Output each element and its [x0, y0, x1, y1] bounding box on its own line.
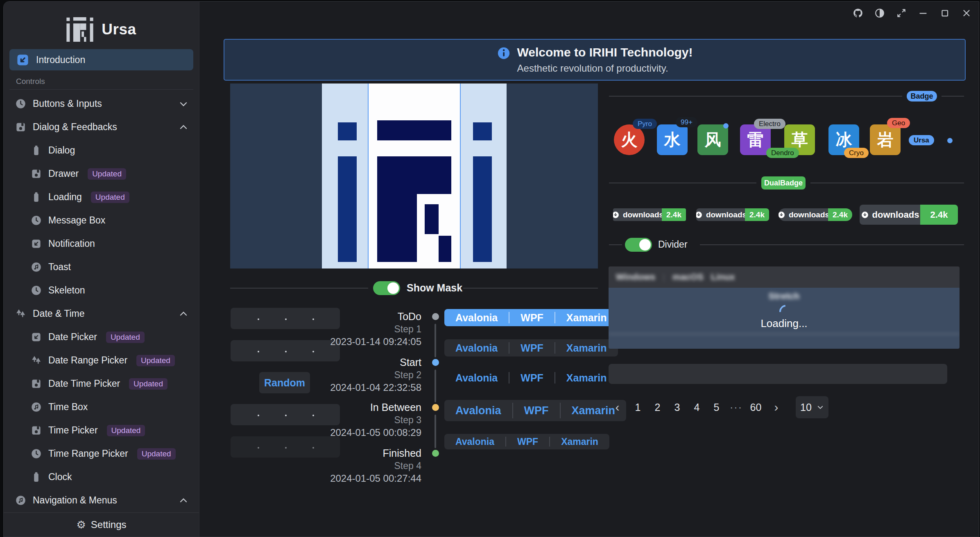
- fw-option-avalonia[interactable]: Avalonia: [444, 404, 512, 417]
- sidebar-item-drawer[interactable]: DrawerUpdated: [4, 162, 199, 185]
- battery-icon: [31, 472, 42, 483]
- sidebar-item-clock[interactable]: Clock: [4, 465, 199, 489]
- loading-panel-body: Stretch Loading...: [609, 288, 960, 349]
- tab-macos[interactable]: macOS: [672, 272, 704, 282]
- dual-badge-downloads-1[interactable]: downloads 2.4k: [613, 208, 686, 221]
- tab-linux[interactable]: Linux: [711, 272, 735, 282]
- badge-cryo: Cryo: [844, 148, 869, 158]
- fw-option-avalonia[interactable]: Avalonia: [444, 436, 505, 447]
- clock-icon: [31, 448, 42, 459]
- selection-group-dark-large: AvaloniaWPFXamarin: [444, 400, 626, 421]
- dual-badge-downloads-4[interactable]: downloads 2.4k: [860, 205, 958, 225]
- sidebar: Ursa IntroductionControls Buttons & Inpu…: [4, 2, 199, 537]
- chevron-down-icon: [817, 404, 824, 411]
- badge-section-pill: Badge: [907, 91, 937, 102]
- sidebar-item-date-picker[interactable]: Date PickerUpdated: [4, 325, 199, 349]
- fw-option-xamarin[interactable]: Xamarin: [550, 436, 609, 447]
- sidebar-item-time-picker[interactable]: Time PickerUpdated: [4, 419, 199, 442]
- sidebar-item-dialog[interactable]: Dialog: [4, 139, 199, 162]
- fw-option-avalonia[interactable]: Avalonia: [444, 372, 509, 384]
- ursa-logo-icon: [66, 17, 93, 42]
- sidebar-item-notification[interactable]: Notification: [4, 232, 199, 255]
- page-button-2[interactable]: 2: [651, 402, 664, 413]
- fw-option-wpf[interactable]: WPF: [509, 342, 555, 354]
- battery-icon: [31, 145, 42, 156]
- download-icon: [779, 211, 785, 219]
- show-mask-toggle[interactable]: [373, 281, 400, 295]
- random-button[interactable]: Random: [259, 372, 310, 393]
- timeline-item-finished: Finished Step 4 2024-01-05 00:27:44: [319, 447, 421, 485]
- clock-icon: [15, 98, 26, 109]
- sidebar-item-skeleton[interactable]: Skeleton: [4, 279, 199, 302]
- timeline-dot: [432, 404, 439, 411]
- page-button-60[interactable]: 60: [749, 402, 763, 413]
- minimize-button[interactable]: [917, 7, 930, 20]
- fw-option-wpf[interactable]: WPF: [509, 312, 555, 324]
- arrow-square-blue-icon: [16, 53, 29, 67]
- sidebar-item-introduction[interactable]: Introduction: [9, 49, 193, 70]
- sidebar-item-date-time[interactable]: Date & Time: [4, 302, 199, 325]
- page-prev-button[interactable]: ‹: [610, 400, 625, 414]
- gear-icon: ⚙: [76, 519, 86, 530]
- fw-option-avalonia[interactable]: Avalonia: [444, 312, 509, 324]
- sidebar-item-toast[interactable]: Toast: [4, 255, 199, 279]
- page-next-button[interactable]: ›: [769, 400, 784, 414]
- close-button[interactable]: [960, 7, 973, 20]
- trees-icon: [15, 308, 26, 319]
- logo-mask-panel: [230, 83, 598, 268]
- sidebar-item-dialog-feedbacks[interactable]: Dialog & Feedbacks: [4, 115, 199, 139]
- fw-option-avalonia[interactable]: Avalonia: [444, 342, 509, 354]
- fullscreen-button[interactable]: [895, 7, 908, 20]
- dual-badge-downloads-2[interactable]: downloads 2.4k: [696, 208, 769, 221]
- maximize-button[interactable]: [938, 7, 951, 20]
- divider-demo-line: [700, 244, 964, 245]
- timeline-connector: [435, 415, 436, 448]
- window-controls: [851, 7, 973, 20]
- page-button-4[interactable]: 4: [690, 402, 704, 413]
- page-button-5[interactable]: 5: [710, 402, 723, 413]
- page-button-3[interactable]: 3: [670, 402, 684, 413]
- timeline-dot: [432, 313, 439, 320]
- dual-badge-downloads-3[interactable]: downloads 2.4k: [779, 208, 852, 221]
- badge-geo: Geo: [887, 118, 910, 128]
- theme-toggle-button[interactable]: [873, 7, 886, 20]
- dot-badge: [723, 123, 729, 129]
- battery-icon: [31, 192, 42, 203]
- sidebar-item-buttons-inputs[interactable]: Buttons & Inputs: [4, 92, 199, 115]
- divider-toggle[interactable]: [625, 238, 652, 252]
- settings-label: Settings: [91, 519, 127, 530]
- banner-subtitle: Aesthetic revolution of productivity.: [517, 63, 693, 74]
- sidebar-nav: IntroductionControls Buttons & Inputs Di…: [4, 47, 199, 515]
- divider-line: [463, 288, 598, 289]
- selection-group-dark-small: AvaloniaWPFXamarin: [444, 434, 609, 449]
- timeline-connector: [435, 370, 436, 402]
- sidebar-item-time-box[interactable]: Time Box: [4, 395, 199, 419]
- sidebar-item-date-range-picker[interactable]: Date Range PickerUpdated: [4, 349, 199, 372]
- sidebar-section-label: Controls: [4, 71, 199, 89]
- toggle-knob: [639, 239, 651, 250]
- badge-divider-line: [609, 96, 902, 97]
- sidebar-item-time-range-picker[interactable]: Time Range PickerUpdated: [4, 442, 199, 465]
- sidebar-item-date-time-picker[interactable]: Date Time PickerUpdated: [4, 372, 199, 395]
- page-size-select[interactable]: 10: [796, 396, 828, 418]
- sidebar-item-loading[interactable]: LoadingUpdated: [4, 185, 199, 209]
- element-tile-3: 风: [697, 124, 728, 155]
- fw-option-wpf[interactable]: WPF: [506, 436, 549, 447]
- loading-panel: Windows | macOS Linux Stretch Loading...: [609, 266, 960, 349]
- settings-button[interactable]: ⚙ Settings: [4, 512, 199, 537]
- fw-option-wpf[interactable]: WPF: [513, 404, 560, 417]
- element-tile-2: 水: [657, 124, 688, 155]
- text-input[interactable]: [609, 364, 947, 384]
- page-ellipsis[interactable]: ···: [729, 402, 743, 413]
- page-button-1[interactable]: 1: [631, 402, 645, 413]
- floppy-icon: [31, 168, 42, 179]
- github-button[interactable]: [851, 7, 865, 20]
- fw-option-wpf[interactable]: WPF: [509, 372, 555, 384]
- tab-windows[interactable]: Windows: [616, 272, 655, 282]
- updated-badge: Updated: [88, 168, 126, 180]
- chevron-down-icon: [179, 99, 188, 109]
- timeline-dot: [432, 359, 439, 366]
- sidebar-item-message-box[interactable]: Message Box: [4, 209, 199, 232]
- badge-dendro: Dendro: [766, 148, 799, 158]
- sidebar-item-navigation-menus[interactable]: Navigation & Menus: [4, 489, 199, 512]
